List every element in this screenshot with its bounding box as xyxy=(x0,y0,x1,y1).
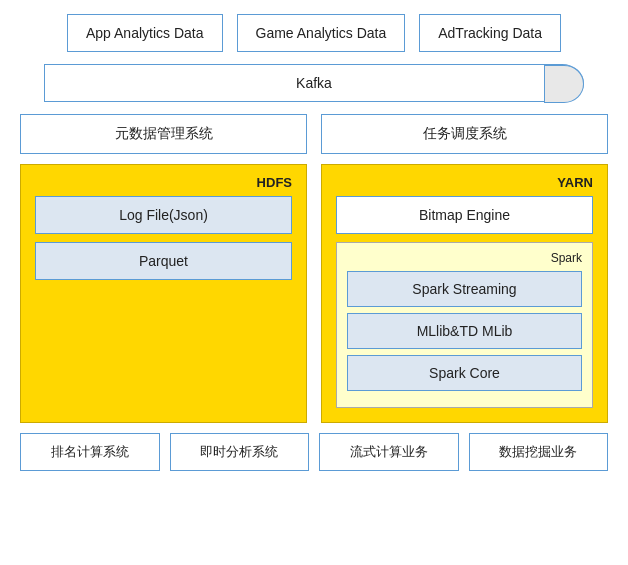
meta-mgmt-label: 元数据管理系统 xyxy=(115,125,213,141)
spark-streaming-label: Spark Streaming xyxy=(412,281,516,297)
yarn-panel: YARN Bitmap Engine Spark Spark Streaming… xyxy=(321,164,608,423)
management-row: 元数据管理系统 任务调度系统 xyxy=(20,114,608,154)
hdfs-panel: HDFS Log File(Json) Parquet xyxy=(20,164,307,423)
game-analytics-label: Game Analytics Data xyxy=(256,25,387,41)
streaming-compute-label: 流式计算业务 xyxy=(350,444,428,459)
ranking-system-label: 排名计算系统 xyxy=(51,444,129,459)
adtracking-box: AdTracking Data xyxy=(419,14,561,52)
spark-core-label: Spark Core xyxy=(429,365,500,381)
ranking-system-box: 排名计算系统 xyxy=(20,433,160,471)
game-analytics-box: Game Analytics Data xyxy=(237,14,406,52)
task-mgmt-label: 任务调度系统 xyxy=(423,125,507,141)
task-mgmt-box: 任务调度系统 xyxy=(321,114,608,154)
spark-streaming-box: Spark Streaming xyxy=(347,271,582,307)
realtime-analysis-box: 即时分析系统 xyxy=(170,433,310,471)
log-file-box: Log File(Json) xyxy=(35,196,292,234)
data-mining-label: 数据挖掘业务 xyxy=(499,444,577,459)
parquet-box: Parquet xyxy=(35,242,292,280)
data-mining-box: 数据挖掘业务 xyxy=(469,433,609,471)
spark-core-box: Spark Core xyxy=(347,355,582,391)
kafka-label: Kafka xyxy=(296,75,332,91)
spark-panel: Spark Spark Streaming MLlib&TD MLib Spar… xyxy=(336,242,593,408)
mllib-box: MLlib&TD MLib xyxy=(347,313,582,349)
hdfs-label: HDFS xyxy=(35,175,292,190)
kafka-row: Kafka xyxy=(20,64,608,102)
meta-mgmt-box: 元数据管理系统 xyxy=(20,114,307,154)
spark-panel-label: Spark xyxy=(347,251,582,265)
log-file-label: Log File(Json) xyxy=(119,207,208,223)
data-sources-row: App Analytics Data Game Analytics Data A… xyxy=(20,14,608,52)
yarn-label: YARN xyxy=(336,175,593,190)
realtime-analysis-label: 即时分析系统 xyxy=(200,444,278,459)
main-panels-row: HDFS Log File(Json) Parquet YARN Bitmap … xyxy=(20,164,608,423)
app-analytics-label: App Analytics Data xyxy=(86,25,204,41)
streaming-compute-box: 流式计算业务 xyxy=(319,433,459,471)
bottom-row: 排名计算系统 即时分析系统 流式计算业务 数据挖掘业务 xyxy=(20,433,608,471)
bitmap-engine-label: Bitmap Engine xyxy=(419,207,510,223)
kafka-box: Kafka xyxy=(44,64,585,102)
parquet-label: Parquet xyxy=(139,253,188,269)
bitmap-engine-box: Bitmap Engine xyxy=(336,196,593,234)
adtracking-label: AdTracking Data xyxy=(438,25,542,41)
mllib-label: MLlib&TD MLib xyxy=(417,323,513,339)
app-analytics-box: App Analytics Data xyxy=(67,14,223,52)
